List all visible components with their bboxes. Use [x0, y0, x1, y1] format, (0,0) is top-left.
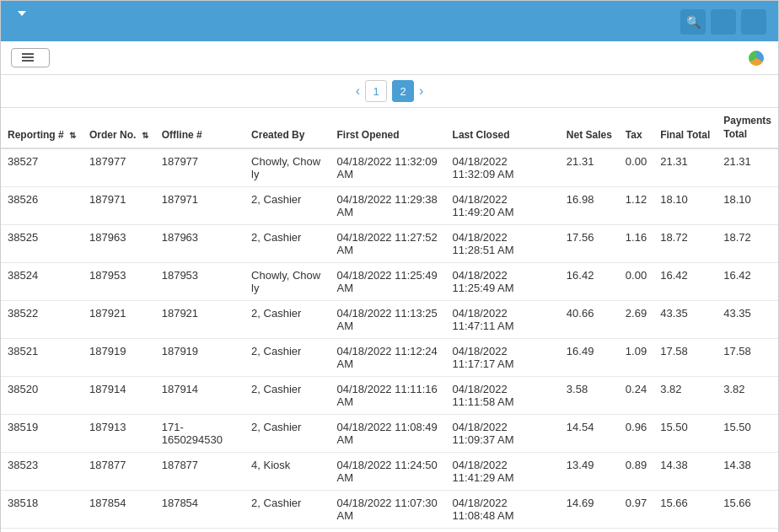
table-row[interactable]: 38527187977187977Chowly, Chow ly04/18/20… — [1, 148, 778, 187]
table-wrapper: Reporting # ⇅ Order No. ⇅ Offline # Crea… — [1, 108, 778, 532]
cell-last_closed: 04/18/2022 11:25:49 AM — [446, 263, 560, 301]
cell-payments_total: 3.82 — [717, 377, 778, 415]
cell-created_by: 2, Cashier — [244, 377, 330, 415]
help-button[interactable] — [741, 9, 766, 35]
cell-first_opened: 04/18/2022 11:11:16 AM — [330, 377, 446, 415]
header-left — [13, 9, 26, 16]
cell-created_by: 4, Kiosk — [244, 453, 330, 491]
cell-final_total: 18.10 — [653, 187, 717, 225]
col-offline: Offline # — [155, 108, 244, 148]
legend-button[interactable] — [749, 51, 768, 66]
cell-last_closed: 04/18/2022 11:11:58 AM — [446, 377, 560, 415]
cell-tax: 0.96 — [619, 415, 653, 453]
cell-offline: 187921 — [155, 301, 244, 339]
cell-net_sales: 40.66 — [560, 301, 619, 339]
pagination: ‹ 1 2 › — [1, 75, 778, 108]
cell-last_closed: 04/18/2022 11:28:51 AM — [446, 225, 560, 263]
cell-order_no: 187913 — [83, 415, 155, 453]
cell-created_by: Chowly, Chow ly — [244, 148, 330, 187]
table-row[interactable]: 385211879191879192, Cashier04/18/2022 11… — [1, 339, 778, 377]
col-net-sales: Net Sales — [560, 108, 619, 148]
cell-net_sales: 13.49 — [560, 453, 619, 491]
cell-created_by: 2, Cashier — [244, 415, 330, 453]
table-body: 38527187977187977Chowly, Chow ly04/18/20… — [1, 148, 778, 532]
cell-created_by: 2, Cashier — [244, 529, 330, 532]
cell-last_closed: 04/18/2022 11:09:37 AM — [446, 415, 560, 453]
cell-tax: 0.89 — [619, 453, 653, 491]
cell-order_no: 187963 — [83, 225, 155, 263]
cell-net_sales: 16.42 — [560, 263, 619, 301]
prev-page-button[interactable]: ‹ — [356, 83, 360, 99]
table-row[interactable]: 385221879211879212, Cashier04/18/2022 11… — [1, 301, 778, 339]
table-row[interactable]: 385251879631879632, Cashier04/18/2022 11… — [1, 225, 778, 263]
cell-last_closed: 04/18/2022 11:49:20 AM — [446, 187, 560, 225]
cell-reporting: 38519 — [1, 415, 83, 453]
table-row[interactable]: 385201879141879142, Cashier04/18/2022 11… — [1, 377, 778, 415]
cell-first_opened: 04/18/2022 11:27:52 AM — [330, 225, 446, 263]
cell-tax: 2.69 — [619, 301, 653, 339]
table-row[interactable]: 385161878511878512, Cashier04/18/2022 10… — [1, 529, 778, 532]
chevron-down-icon[interactable] — [18, 11, 26, 16]
cell-offline: 187971 — [155, 187, 244, 225]
cell-last_closed: 04/18/2022 11:41:29 AM — [446, 453, 560, 491]
cell-final_total: 16.42 — [653, 263, 717, 301]
cell-final_total: 17.58 — [653, 339, 717, 377]
cell-last_closed: 04/18/2022 10:39:43 AM — [446, 529, 560, 532]
table-row[interactable]: 385181878541878542, Cashier04/18/2022 11… — [1, 491, 778, 529]
header-subtitle — [13, 11, 26, 16]
more-button[interactable] — [711, 9, 736, 35]
cell-reporting: 38518 — [1, 491, 83, 529]
cell-order_no: 187953 — [83, 263, 155, 301]
cell-first_opened: 04/18/2022 11:32:09 AM — [330, 148, 446, 187]
cell-created_by: 2, Cashier — [244, 339, 330, 377]
col-final-total: Final Total — [653, 108, 717, 148]
order-history-table: Reporting # ⇅ Order No. ⇅ Offline # Crea… — [1, 108, 778, 532]
cell-final_total: 35.46 — [653, 529, 717, 532]
table-row[interactable]: 38519187913171-16502945302, Cashier04/18… — [1, 415, 778, 453]
table-row[interactable]: 38524187953187953Chowly, Chow ly04/18/20… — [1, 263, 778, 301]
cell-order_no: 187971 — [83, 187, 155, 225]
cell-tax: 1.12 — [619, 187, 653, 225]
cell-net_sales: 14.54 — [560, 415, 619, 453]
cell-offline: 187963 — [155, 225, 244, 263]
col-created-by: Created By — [244, 108, 330, 148]
table-row[interactable]: 385231878771878774, Kiosk04/18/2022 11:2… — [1, 453, 778, 491]
cell-offline: 187877 — [155, 453, 244, 491]
cell-payments_total: 21.31 — [717, 148, 778, 187]
cell-net_sales: 21.31 — [560, 148, 619, 187]
cell-payments_total: 17.58 — [717, 339, 778, 377]
filters-button[interactable] — [11, 48, 50, 67]
cell-tax: 0.24 — [619, 377, 653, 415]
cell-order_no: 187914 — [83, 377, 155, 415]
next-page-button[interactable]: › — [419, 83, 423, 99]
cell-net_sales: 16.49 — [560, 339, 619, 377]
col-reporting[interactable]: Reporting # ⇅ — [1, 108, 83, 148]
cell-net_sales: 14.69 — [560, 491, 619, 529]
cell-final_total: 15.50 — [653, 415, 717, 453]
col-last-closed: Last Closed — [446, 108, 560, 148]
cell-final_total: 21.31 — [653, 148, 717, 187]
cell-payments_total: 18.72 — [717, 225, 778, 263]
cell-tax: 0.00 — [619, 148, 653, 187]
cell-net_sales: 33.26 — [560, 529, 619, 532]
legend-icon — [749, 51, 764, 66]
filter-icon — [22, 53, 34, 62]
cell-payments_total: 16.42 — [717, 263, 778, 301]
col-order-no[interactable]: Order No. ⇅ — [83, 108, 155, 148]
search-button[interactable]: 🔍 — [680, 9, 706, 35]
cell-reporting: 38524 — [1, 263, 83, 301]
page-2-button[interactable]: 2 — [392, 80, 414, 102]
cell-tax: 0.97 — [619, 491, 653, 529]
cell-payments_total: 18.10 — [717, 187, 778, 225]
cell-final_total: 15.66 — [653, 491, 717, 529]
table-row[interactable]: 385261879711879712, Cashier04/18/2022 11… — [1, 187, 778, 225]
cell-order_no: 187977 — [83, 148, 155, 187]
page-1-button[interactable]: 1 — [365, 80, 387, 102]
col-payments-total: PaymentsTotal — [717, 108, 778, 148]
cell-order_no: 187851 — [83, 529, 155, 532]
cell-first_opened: 04/18/2022 11:08:49 AM — [330, 415, 446, 453]
cell-offline: 187919 — [155, 339, 244, 377]
cell-created_by: 2, Cashier — [244, 491, 330, 529]
cell-first_opened: 04/18/2022 11:12:24 AM — [330, 339, 446, 377]
cell-order_no: 187921 — [83, 301, 155, 339]
